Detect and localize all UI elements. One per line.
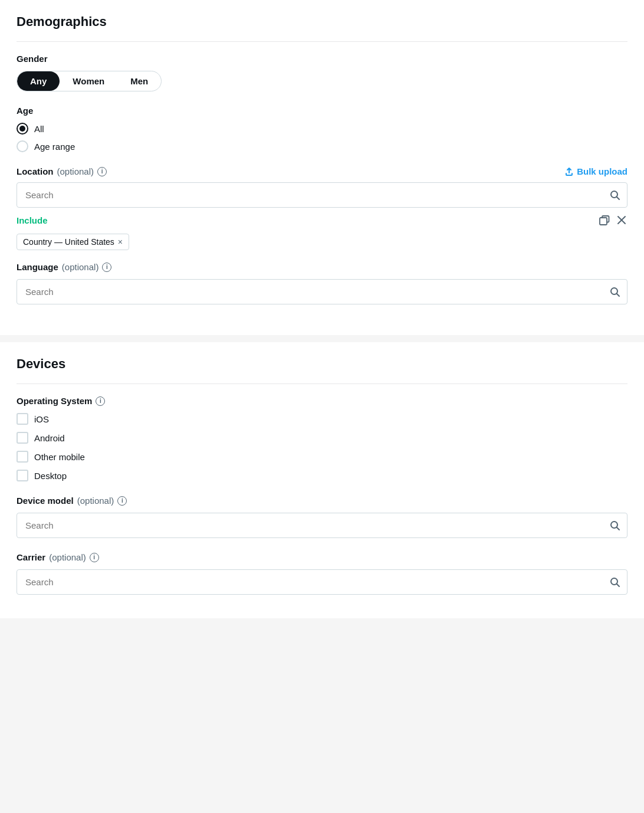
svg-line-6 [617, 294, 619, 296]
gender-toggle-group: Any Women Men [17, 71, 162, 91]
demographics-title: Demographics [17, 14, 627, 29]
remove-include-button[interactable] [616, 214, 627, 226]
device-model-optional: (optional) [77, 496, 114, 506]
os-desktop-label: Desktop [34, 471, 67, 481]
upload-icon [564, 167, 574, 176]
duplicate-icon-button[interactable] [598, 214, 611, 227]
carrier-info-icon[interactable]: i [90, 553, 99, 562]
section-divider [0, 335, 644, 342]
age-group: Age All Age range [17, 106, 627, 152]
carrier-search-input[interactable] [17, 569, 627, 595]
device-model-info-icon[interactable]: i [117, 496, 127, 506]
include-label: Include [17, 215, 48, 225]
svg-rect-2 [600, 218, 607, 225]
device-model-label: Device model (optional) i [17, 496, 627, 506]
location-header: Location (optional) i Bulk upload [17, 166, 627, 176]
location-group: Location (optional) i Bulk upload [17, 166, 627, 250]
carrier-optional: (optional) [49, 552, 86, 562]
duplicate-icon [599, 215, 610, 225]
carrier-search-icon [610, 577, 620, 588]
age-range-radio-input[interactable] [17, 140, 28, 152]
language-search-icon-button[interactable] [610, 287, 620, 297]
svg-line-10 [617, 584, 619, 586]
language-info-icon[interactable]: i [102, 263, 111, 272]
location-label: Location (optional) i [17, 166, 107, 176]
os-android-label: Android [34, 433, 65, 443]
tag-label: Country — United States [23, 237, 114, 247]
location-search-wrapper [17, 182, 627, 208]
gender-label: Gender [17, 54, 627, 64]
location-info-icon[interactable]: i [97, 167, 107, 176]
os-desktop-item[interactable]: Desktop [17, 470, 627, 481]
demographics-section: Demographics Gender Any Women Men Age Al… [0, 0, 644, 335]
operating-system-group: Operating System i iOS Android Other mob… [17, 396, 627, 481]
os-ios-item[interactable]: iOS [17, 413, 627, 425]
carrier-label: Carrier (optional) i [17, 552, 627, 562]
os-checkbox-group: iOS Android Other mobile Desktop [17, 413, 627, 481]
language-search-icon [610, 287, 620, 297]
location-tag-us: Country — United States × [17, 234, 129, 250]
language-search-input[interactable] [17, 279, 627, 304]
gender-any-button[interactable]: Any [17, 71, 60, 91]
location-search-icon-button[interactable] [610, 190, 620, 201]
include-actions [598, 214, 627, 227]
device-model-search-input[interactable] [17, 513, 627, 538]
language-optional: (optional) [62, 262, 99, 272]
age-all-label: All [34, 124, 44, 134]
gender-group: Gender Any Women Men [17, 54, 627, 91]
language-label: Language (optional) i [17, 262, 627, 272]
os-android-item[interactable]: Android [17, 432, 627, 444]
age-range-radio[interactable]: Age range [17, 140, 627, 152]
os-other-mobile-checkbox[interactable] [17, 451, 28, 463]
device-model-search-wrapper [17, 513, 627, 538]
device-model-group: Device model (optional) i [17, 496, 627, 538]
device-model-search-icon-button[interactable] [610, 520, 620, 531]
tag-remove-button[interactable]: × [118, 238, 123, 246]
svg-line-1 [617, 197, 619, 199]
location-tags: Country — United States × [17, 231, 627, 250]
age-all-radio[interactable]: All [17, 123, 627, 135]
age-label: Age [17, 106, 627, 116]
carrier-search-icon-button[interactable] [610, 577, 620, 588]
age-all-radio-input[interactable] [17, 123, 28, 135]
devices-section: Devices Operating System i iOS Android [0, 342, 644, 618]
bulk-upload-link[interactable]: Bulk upload [564, 166, 627, 176]
gender-men-button[interactable]: Men [117, 71, 161, 91]
location-search-icon [610, 190, 620, 201]
gender-women-button[interactable]: Women [60, 71, 117, 91]
os-label: Operating System i [17, 396, 627, 406]
carrier-group: Carrier (optional) i [17, 552, 627, 595]
os-ios-label: iOS [34, 414, 49, 424]
os-other-mobile-label: Other mobile [34, 452, 85, 462]
include-row: Include [17, 214, 627, 227]
language-search-wrapper [17, 279, 627, 304]
location-search-input[interactable] [17, 182, 627, 208]
os-ios-checkbox[interactable] [17, 413, 28, 425]
location-optional: (optional) [57, 166, 94, 176]
carrier-search-wrapper [17, 569, 627, 595]
age-range-label: Age range [34, 142, 75, 152]
devices-title: Devices [17, 356, 627, 372]
language-group: Language (optional) i [17, 262, 627, 304]
svg-line-8 [617, 527, 619, 530]
os-other-mobile-item[interactable]: Other mobile [17, 451, 627, 463]
os-android-checkbox[interactable] [17, 432, 28, 444]
age-radio-group: All Age range [17, 123, 627, 152]
os-desktop-checkbox[interactable] [17, 470, 28, 481]
close-icon [617, 215, 626, 225]
os-info-icon[interactable]: i [96, 396, 105, 406]
device-model-search-icon [610, 520, 620, 531]
